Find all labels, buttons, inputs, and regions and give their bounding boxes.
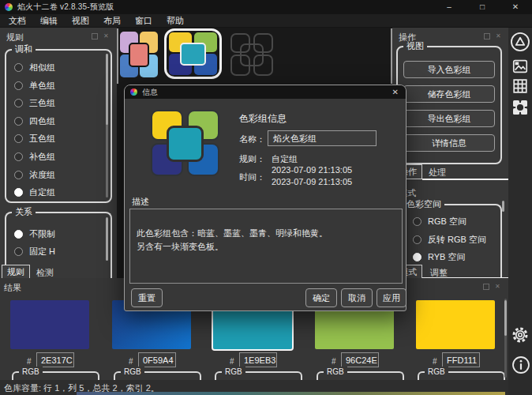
relation-scrollbar-thumb[interactable]: [106, 217, 108, 261]
hex-input[interactable]: 0F59A4: [138, 352, 176, 367]
tab-detect[interactable]: 检测: [36, 267, 54, 278]
float-icon[interactable]: [92, 33, 98, 40]
menu-window[interactable]: 窗口: [128, 14, 159, 28]
apply-button[interactable]: 应用: [377, 288, 406, 307]
view-group-label: 视图: [403, 41, 427, 51]
color-group-icon[interactable]: [511, 98, 530, 117]
dialog-heading: 色彩组信息: [239, 112, 287, 126]
hex-value: FFD111: [447, 356, 477, 365]
cancel-button[interactable]: 取消: [341, 288, 373, 307]
radio-tetrad-group[interactable]: 四色组: [14, 116, 55, 126]
color-swatch-FFD111[interactable]: [416, 300, 495, 349]
rules-panel: 规则 ✕ 调和 相似组 单色组 三色组 四色组 五色组 补色组 浓度组 自: [0, 28, 117, 278]
radio-analogous-group[interactable]: 相似组: [14, 62, 55, 73]
wheel-badge-icon[interactable]: [510, 32, 530, 52]
palette-thumbnail-1[interactable]: [120, 32, 158, 77]
menu-help[interactable]: 帮助: [159, 14, 191, 28]
radio-inverted-rgb-space[interactable]: 反转 RGB 空间: [413, 235, 486, 245]
radio-complementary-group[interactable]: 补色组: [14, 152, 55, 162]
radio-monochrome-group[interactable]: 单色组: [14, 81, 55, 91]
description-textarea[interactable]: 此色彩组包含：暗蓝、墨蓝、墨青、明绿和艳黄。 另含有一块渐变色板。: [129, 209, 403, 284]
close-icon[interactable]: ✕: [495, 284, 500, 290]
hex-prefix: #: [433, 357, 437, 366]
hex-value: 96C24E: [346, 356, 377, 365]
minimize-button[interactable]: –: [433, 0, 466, 14]
hex-prefix: #: [230, 357, 234, 366]
colorspace-scrollbar-thumb[interactable]: [502, 201, 504, 212]
hex-prefix: #: [27, 357, 32, 366]
radio-label: RYB 空间: [428, 251, 465, 263]
dialog-close-icon[interactable]: ✕: [392, 88, 406, 96]
tab-adjust[interactable]: 调整: [430, 267, 448, 278]
radio-label: RGB 空间: [428, 216, 466, 228]
menu-view[interactable]: 视图: [65, 14, 96, 28]
radio-saturation-group[interactable]: 浓度组: [14, 170, 55, 180]
close-button[interactable]: ✕: [499, 0, 532, 14]
mode-panel: 模式 色彩空间 RGB 空间 反转 RGB 空间 RYB 空间 模式 调整: [392, 183, 508, 278]
hex-input[interactable]: 2E317C: [36, 352, 74, 367]
radio-indicator: [413, 253, 421, 261]
radio-label: 不限制: [29, 228, 55, 240]
radio-custom-group[interactable]: 自定组: [14, 187, 55, 198]
radio-pentad-group[interactable]: 五色组: [14, 134, 55, 144]
button-label: 详情信息: [432, 137, 466, 149]
radio-label: 三色组: [29, 97, 55, 109]
float-icon[interactable]: [484, 33, 490, 40]
hex-prefix: #: [332, 357, 336, 366]
dialog-title: 信息: [142, 87, 158, 98]
tab-process[interactable]: 处理: [429, 167, 446, 179]
colorspace-group-label: 色彩空间: [403, 199, 444, 209]
hex-input[interactable]: FFD111: [442, 352, 480, 367]
tab-rules[interactable]: 规则: [2, 265, 30, 278]
color-swatch-2E317C[interactable]: [10, 300, 89, 349]
icon-center-swatch: [167, 126, 204, 161]
time-modified-value: 2023-07-09 21:13:05: [272, 177, 352, 186]
radio-ryb-space[interactable]: RYB 空间: [413, 252, 465, 262]
ok-button[interactable]: 确定: [305, 288, 337, 307]
button-label: 取消: [348, 292, 365, 304]
reset-button[interactable]: 重置: [131, 288, 163, 307]
tab-label: 规则: [7, 266, 24, 278]
name-value: 焰火色彩组: [273, 133, 317, 145]
details-info-button[interactable]: 详情信息: [403, 134, 495, 152]
image-icon[interactable]: [511, 58, 529, 75]
hex-input[interactable]: 96C24E: [341, 352, 379, 367]
thumb1-center-swatch: [129, 43, 149, 67]
dialog-titlebar[interactable]: 信息 ✕: [125, 85, 406, 99]
settings-gear-icon[interactable]: [511, 325, 530, 344]
radio-triad-group[interactable]: 三色组: [14, 98, 55, 108]
palette-thumbnail-2-selected[interactable]: [169, 32, 217, 75]
menu-layout[interactable]: 布局: [96, 14, 128, 28]
radio-indicator: [14, 247, 23, 256]
close-icon[interactable]: ✕: [103, 33, 109, 40]
radio-fixed-h[interactable]: 固定 H: [14, 246, 55, 257]
tab-underline: [422, 179, 508, 180]
info-icon[interactable]: [511, 356, 530, 374]
rule-label: 规则：: [239, 153, 265, 165]
menu-edit[interactable]: 编辑: [33, 14, 65, 28]
canvas-left-scrollbar[interactable]: [117, 28, 118, 84]
radio-unrestricted[interactable]: 不限制: [14, 229, 55, 239]
status-bar: 色库容量: 行 1，列 5，总共 2，索引 2。: [0, 380, 508, 395]
radio-rgb-space[interactable]: RGB 空间: [413, 216, 466, 227]
hex-value: 1E9EB3: [244, 356, 275, 365]
harmony-scrollbar-thumb[interactable]: [106, 54, 108, 125]
close-icon[interactable]: ✕: [496, 33, 501, 40]
float-icon[interactable]: [483, 284, 489, 290]
thumb2-center-swatch: [180, 43, 206, 66]
rules-panel-dock-buttons: ✕: [92, 33, 109, 40]
radio-indicator: [14, 63, 23, 72]
results-scrollbar-thumb[interactable]: [504, 300, 507, 336]
import-palette-button[interactable]: 导入色彩组: [403, 61, 495, 78]
grid-icon[interactable]: [511, 77, 529, 95]
save-palette-button[interactable]: 储存色彩组: [403, 85, 495, 103]
palette-thumbnail-empty[interactable]: [230, 33, 273, 76]
time-label: 时间：: [239, 171, 265, 183]
maximize-button[interactable]: □: [466, 0, 499, 14]
hex-input[interactable]: 1E9EB3: [239, 352, 277, 367]
export-palette-button[interactable]: 导出色彩组: [403, 110, 495, 127]
radio-label: 相似组: [29, 62, 55, 73]
menu-document[interactable]: 文档: [2, 14, 33, 28]
name-input[interactable]: 焰火色彩组: [268, 130, 377, 146]
gradient-palette-row[interactable]: [77, 392, 505, 395]
